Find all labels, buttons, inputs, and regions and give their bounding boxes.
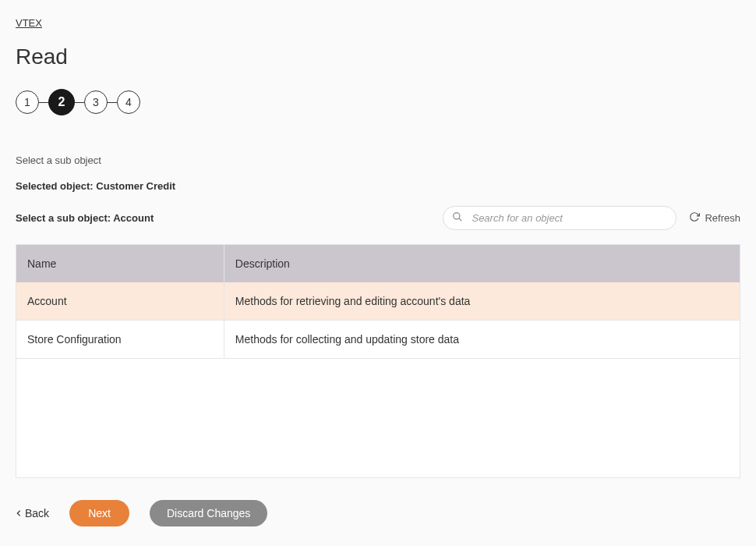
table-row[interactable]: Store Configuration Methods for collecti… xyxy=(16,321,740,359)
breadcrumb-link[interactable]: VTEX xyxy=(16,17,42,29)
sub-object-table: Name Description Account Methods for ret… xyxy=(16,245,740,359)
discard-button[interactable]: Discard Changes xyxy=(150,500,267,526)
cell-name: Account xyxy=(16,282,224,321)
stepper: 1 2 3 4 xyxy=(16,89,740,115)
table-row[interactable]: Account Methods for retrieving and editi… xyxy=(16,282,740,321)
refresh-icon xyxy=(689,211,700,225)
column-header-name[interactable]: Name xyxy=(16,245,224,282)
back-label: Back xyxy=(25,507,49,519)
cell-description: Methods for retrieving and editing accou… xyxy=(224,282,740,321)
next-button[interactable]: Next xyxy=(69,500,129,526)
step-3[interactable]: 3 xyxy=(84,90,108,114)
search-container xyxy=(443,206,677,230)
step-4[interactable]: 4 xyxy=(117,90,140,114)
search-input[interactable] xyxy=(443,206,677,230)
step-1[interactable]: 1 xyxy=(16,90,39,114)
step-2[interactable]: 2 xyxy=(48,89,75,115)
refresh-label: Refresh xyxy=(705,212,740,224)
step-connector xyxy=(75,102,84,103)
cell-description: Methods for collecting and updating stor… xyxy=(224,321,740,359)
selected-object-label: Selected object: Customer Credit xyxy=(16,180,740,192)
step-connector xyxy=(39,102,48,103)
back-button[interactable]: Back xyxy=(16,507,49,519)
chevron-left-icon xyxy=(16,507,22,519)
footer-actions: Back Next Discard Changes xyxy=(16,500,740,526)
instruction-text: Select a sub object xyxy=(16,154,740,166)
page-title: Read xyxy=(16,44,740,69)
table-container: Name Description Account Methods for ret… xyxy=(16,244,740,478)
step-connector xyxy=(108,102,117,103)
cell-name: Store Configuration xyxy=(16,321,224,359)
sub-object-label: Select a sub object: Account xyxy=(16,212,154,224)
refresh-button[interactable]: Refresh xyxy=(689,211,740,225)
column-header-description[interactable]: Description xyxy=(224,245,740,282)
